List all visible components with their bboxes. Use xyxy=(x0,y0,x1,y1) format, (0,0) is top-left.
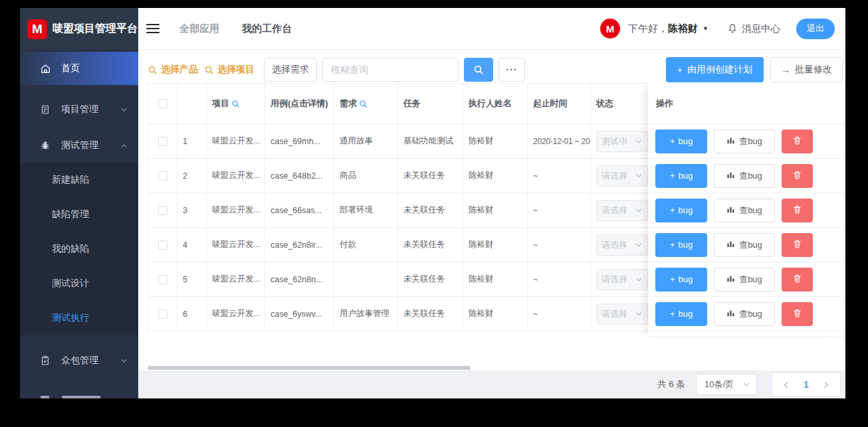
bar-chart-icon xyxy=(726,136,735,147)
brand-logo-icon: M xyxy=(27,19,47,39)
search-icon xyxy=(148,65,158,75)
page-size-select[interactable]: 10条/页 xyxy=(696,374,757,395)
sidebar-item-test-execution[interactable]: 测试执行 xyxy=(20,301,138,335)
horizontal-scrollbar[interactable] xyxy=(148,366,471,370)
add-bug-label: bug xyxy=(678,136,693,146)
user-avatar[interactable]: M xyxy=(600,19,620,39)
current-page[interactable]: 1 xyxy=(804,379,809,390)
row-checkbox[interactable] xyxy=(158,309,167,319)
sidebar-item-projects[interactable]: 项目管理 xyxy=(20,92,138,127)
delete-button[interactable] xyxy=(782,268,813,292)
requirement-search-icon[interactable] xyxy=(359,100,368,108)
cell-period: ~ xyxy=(528,159,591,193)
view-bug-button[interactable]: 查bug xyxy=(714,164,775,188)
status-select[interactable]: 测试中 xyxy=(596,131,648,152)
cell-case[interactable]: case_66sas... xyxy=(265,193,334,227)
cell-case[interactable]: case_62n8n... xyxy=(265,262,334,296)
brand-block: M 唛盟项目管理平台 xyxy=(20,8,138,50)
batch-edit-label: 批量修改 xyxy=(795,64,832,76)
user-menu[interactable]: 下午好，陈裕财 xyxy=(628,23,698,35)
status-select[interactable]: 请选择 xyxy=(596,269,648,290)
cell-requirement: 付款 xyxy=(334,228,398,262)
select-project-link[interactable]: 选择项目 xyxy=(204,64,255,76)
search-icon xyxy=(204,65,214,75)
add-bug-button[interactable]: +bug xyxy=(655,268,707,292)
toolbar: 选择产品 选择项目 选择需求 ··· xyxy=(148,56,843,83)
view-bug-button[interactable]: 查bug xyxy=(714,233,775,257)
sidebar-item-defect-management[interactable]: 缺陷管理 xyxy=(20,197,138,232)
user-caret-icon[interactable]: ▼ xyxy=(703,25,708,32)
row-checkbox[interactable] xyxy=(158,171,167,181)
search-button[interactable] xyxy=(464,58,493,82)
delete-button[interactable] xyxy=(782,199,813,222)
sidebar-item-crowdsourcing[interactable]: 众包管理 xyxy=(20,343,138,378)
view-bug-button[interactable]: 查bug xyxy=(714,199,775,222)
status-value: 请选择 xyxy=(601,205,627,216)
cell-case[interactable]: case_6yswv... xyxy=(265,297,334,331)
view-bug-button[interactable]: 查bug xyxy=(714,129,775,153)
cell-case[interactable]: case_69mh... xyxy=(265,124,334,158)
chevron-down-icon xyxy=(742,381,750,388)
create-plan-button[interactable]: + 由用例创建计划 xyxy=(666,57,764,82)
delete-button[interactable] xyxy=(782,233,813,257)
add-bug-button[interactable]: +bug xyxy=(655,164,707,188)
delete-button[interactable] xyxy=(782,129,813,153)
cell-task: 未关联任务 xyxy=(398,297,463,331)
tab-all-apps[interactable]: 全部应用 xyxy=(179,23,219,35)
trash-icon xyxy=(792,205,802,216)
plus-icon: + xyxy=(670,171,675,181)
logout-button[interactable]: 退出 xyxy=(796,19,835,39)
select-all-checkbox[interactable] xyxy=(158,99,167,108)
cell-index: 2 xyxy=(177,159,207,193)
row-checkbox[interactable] xyxy=(158,137,167,146)
next-page-button[interactable] xyxy=(822,381,831,389)
cell-executor: 陈裕财 xyxy=(463,193,528,227)
add-bug-label: bug xyxy=(678,309,693,319)
add-bug-button[interactable]: +bug xyxy=(655,199,707,222)
prev-page-button[interactable] xyxy=(782,381,790,389)
bell-icon xyxy=(727,23,738,34)
status-select[interactable]: 请选择 xyxy=(596,303,648,325)
row-checkbox[interactable] xyxy=(158,240,167,250)
add-bug-button[interactable]: +bug xyxy=(655,233,707,257)
ops-row: +bug查bug xyxy=(648,262,845,297)
cell-requirement: 用户故事管理 xyxy=(334,297,398,331)
cell-executor: 陈裕财 xyxy=(463,297,528,331)
tab-my-workbench[interactable]: 我的工作台 xyxy=(242,23,292,35)
row-checkbox[interactable] xyxy=(158,275,167,284)
sidebar-item-testing[interactable]: 测试管理 xyxy=(20,128,138,163)
select-product-link[interactable]: 选择产品 xyxy=(148,64,198,76)
row-checkbox[interactable] xyxy=(158,206,167,215)
view-bug-button[interactable]: 查bug xyxy=(714,268,775,292)
cell-case[interactable]: case_62n8ir... xyxy=(265,228,334,262)
testing-submenu: 新建缺陷 缺陷管理 我的缺陷 测试设计 测试执行 xyxy=(20,163,138,335)
add-bug-button[interactable]: +bug xyxy=(655,302,707,326)
toolbar-actions: + 由用例创建计划 → 批量修改 xyxy=(666,57,843,82)
add-bug-label: bug xyxy=(678,274,693,284)
status-select[interactable]: 请选择 xyxy=(596,165,648,187)
status-value: 请选择 xyxy=(601,274,627,286)
cell-case[interactable]: case_648b2... xyxy=(265,159,334,193)
sidebar-item-new-defect[interactable]: 新建缺陷 xyxy=(20,163,138,197)
status-value: 请选择 xyxy=(601,170,627,182)
select-requirement-button[interactable]: 选择需求 xyxy=(264,58,317,82)
project-search-icon[interactable] xyxy=(231,100,240,108)
delete-button[interactable] xyxy=(782,164,813,188)
add-bug-label: bug xyxy=(678,240,693,250)
sidebar-item-my-defects[interactable]: 我的缺陷 xyxy=(20,232,138,266)
batch-edit-button[interactable]: → 批量修改 xyxy=(770,57,843,82)
add-bug-button[interactable]: +bug xyxy=(655,129,707,153)
sidebar-item-home[interactable]: 首页 xyxy=(20,52,138,85)
status-select[interactable]: 请选择 xyxy=(596,234,648,256)
menu-toggle-icon[interactable] xyxy=(146,24,160,34)
view-bug-button[interactable]: 查bug xyxy=(714,302,775,326)
status-select[interactable]: 请选择 xyxy=(596,200,648,221)
column-project: 项目 xyxy=(207,84,265,124)
more-filters-button[interactable]: ··· xyxy=(498,58,525,82)
message-center[interactable]: 消息中心 xyxy=(727,23,780,35)
fuzzy-search-input[interactable] xyxy=(322,58,459,82)
trash-icon xyxy=(792,135,802,147)
delete-button[interactable] xyxy=(782,302,813,326)
cell-index: 6 xyxy=(177,297,207,331)
sidebar-item-test-design[interactable]: 测试设计 xyxy=(20,266,138,301)
